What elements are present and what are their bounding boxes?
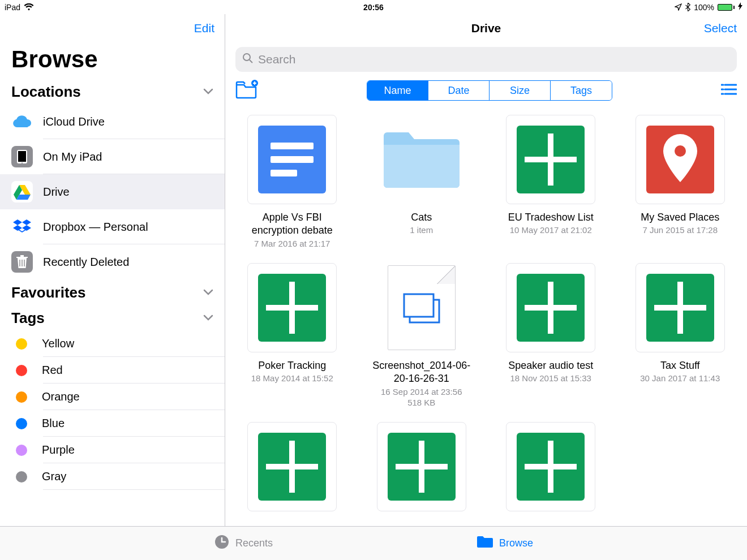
generic-file-icon [388, 265, 456, 350]
status-bar: iPad 20:56 100% [0, 0, 747, 14]
svg-point-2 [22, 162, 23, 163]
file-item[interactable]: My Saved Places7 Jun 2015 at 17:28 [629, 115, 732, 248]
file-item[interactable]: EU Tradeshow List10 May 2017 at 21:02 [500, 115, 602, 248]
edit-button[interactable]: Edit [194, 21, 214, 35]
location-recently-deleted[interactable]: Recently Deleted [0, 244, 225, 279]
chevron-down-icon [203, 313, 213, 324]
location-on-my-ipad[interactable]: On My iPad [0, 139, 225, 174]
file-item[interactable] [500, 422, 602, 511]
google-sheet-icon [258, 433, 326, 501]
sidebar-title: Browse [0, 42, 225, 79]
sort-date[interactable]: Date [428, 81, 490, 100]
tab-recents[interactable]: Recents [214, 534, 273, 553]
google-sheet-icon [517, 433, 585, 501]
tag-gray[interactable]: Gray [0, 463, 225, 490]
location-dropbox[interactable]: Dropbox — Personal [0, 209, 225, 244]
google-sheet-icon [646, 274, 714, 342]
location-icon [675, 3, 682, 11]
file-item[interactable]: Apple Vs FBI encryption debate7 Mar 2016… [241, 115, 344, 248]
file-item[interactable]: Poker Tracking18 May 2014 at 15:52 [241, 263, 344, 407]
tag-purple[interactable]: Purple [0, 437, 225, 463]
folder-icon [476, 535, 493, 552]
battery-percent: 100% [694, 3, 714, 12]
location-label: iCloud Drive [43, 115, 105, 128]
file-meta: 30 Jan 2017 at 11:43 [640, 373, 720, 383]
file-grid: Apple Vs FBI encryption debate7 Mar 2016… [225, 109, 747, 517]
file-name: EU Tradeshow List [508, 211, 594, 224]
location-label: Drive [43, 186, 70, 199]
file-name: Speaker audio test [508, 359, 593, 372]
new-folder-button[interactable] [235, 80, 258, 101]
tag-label: Blue [42, 417, 65, 430]
file-name: Tax Stuff [660, 359, 700, 372]
favourites-header[interactable]: Favourites [0, 279, 225, 305]
sort-segmented-control: NameDateSizeTags [367, 80, 612, 101]
file-thumbnail [636, 115, 725, 204]
tag-label: Purple [42, 443, 75, 456]
tag-dot-icon [16, 338, 27, 350]
sort-tags[interactable]: Tags [551, 81, 612, 100]
file-meta: 16 Sep 2014 at 23:56 [381, 387, 462, 397]
file-item[interactable]: Speaker audio test18 Nov 2015 at 15:33 [500, 263, 602, 407]
favourites-label: Favourites [11, 284, 86, 301]
search-input[interactable]: Search [235, 47, 737, 72]
file-item[interactable]: Cats1 item [371, 115, 473, 248]
tag-yellow[interactable]: Yellow [0, 330, 225, 357]
tags-header[interactable]: Tags [0, 305, 225, 330]
svg-point-3 [243, 54, 250, 61]
file-thumbnail [247, 422, 337, 511]
file-name: Apple Vs FBI encryption debate [241, 211, 344, 238]
sidebar: Edit Browse Locations iCloud Drive On My… [0, 14, 225, 526]
locations-header[interactable]: Locations [0, 79, 225, 104]
tag-label: Orange [42, 390, 80, 403]
file-item[interactable]: Tax Stuff30 Jan 2017 at 11:43 [629, 263, 732, 407]
google-maps-icon [646, 126, 714, 193]
file-name: Screenshot_2014-06-20-16-26-31 [371, 359, 473, 386]
file-thumbnail [377, 115, 466, 204]
tag-orange[interactable]: Orange [0, 384, 225, 410]
sort-size[interactable]: Size [490, 81, 551, 100]
google-sheet-icon [388, 433, 456, 501]
bluetooth-icon [685, 3, 690, 11]
tags-list: YellowRedOrangeBluePurpleGray [0, 330, 225, 490]
file-meta: 7 Mar 2016 at 21:17 [254, 239, 330, 248]
file-item[interactable]: Screenshot_2014-06-20-16-26-3116 Sep 201… [371, 263, 473, 407]
google-sheet-icon [517, 274, 585, 342]
location-label: Dropbox — Personal [43, 221, 148, 234]
svg-rect-7 [404, 294, 433, 317]
tag-label: Red [42, 364, 63, 377]
file-thumbnail [247, 115, 337, 204]
file-meta: 18 Nov 2015 at 15:33 [510, 373, 591, 383]
device-label: iPad [5, 3, 20, 12]
tag-dot-icon [16, 365, 27, 376]
file-item[interactable] [371, 422, 473, 511]
google-sheet-icon [258, 274, 326, 342]
tag-red[interactable]: Red [0, 357, 225, 384]
google-drive-icon [11, 181, 33, 203]
tab-label: Recents [235, 537, 273, 549]
sort-name[interactable]: Name [367, 81, 428, 100]
battery-icon [718, 4, 735, 11]
ipad-icon [11, 146, 33, 167]
list-view-button[interactable] [721, 83, 737, 98]
select-button[interactable]: Select [704, 21, 737, 35]
location-label: Recently Deleted [43, 256, 129, 269]
clock-icon [214, 534, 230, 553]
file-thumbnail [636, 263, 725, 352]
google-sheet-icon [517, 126, 585, 193]
tag-dot-icon [16, 445, 27, 456]
location-drive[interactable]: Drive [0, 174, 225, 209]
wifi-icon [24, 3, 34, 11]
file-thumbnail [247, 263, 337, 352]
tag-dot-icon [16, 391, 27, 403]
charging-icon [738, 2, 742, 12]
file-thumbnail [377, 422, 466, 511]
google-doc-icon [258, 126, 326, 193]
tag-blue[interactable]: Blue [0, 410, 225, 437]
page-title: Drive [471, 21, 501, 35]
file-meta: 10 May 2017 at 21:02 [510, 225, 592, 235]
file-item[interactable] [241, 422, 344, 511]
location-label: On My iPad [43, 150, 102, 163]
location-icloud-drive[interactable]: iCloud Drive [0, 104, 225, 139]
tab-browse[interactable]: Browse [476, 535, 533, 552]
